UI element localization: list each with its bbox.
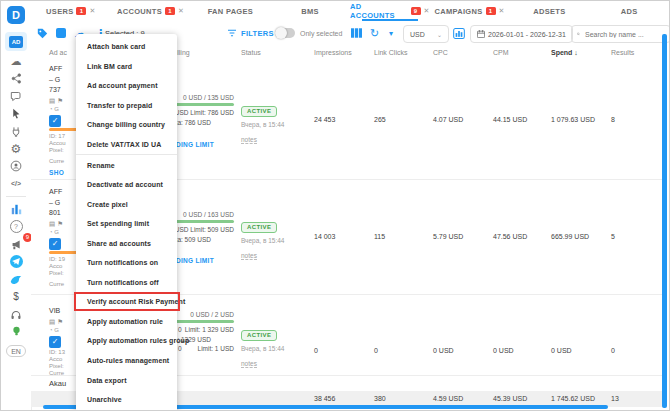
- telegram-icon[interactable]: [5, 254, 27, 269]
- menu-item-set-spending-limit[interactable]: Set spending limit: [76, 214, 177, 234]
- menu-item-rename[interactable]: Rename: [76, 155, 177, 175]
- chevron-down-icon[interactable]: ▾: [389, 25, 393, 41]
- code-icon[interactable]: </>: [5, 176, 27, 191]
- tab-accounts[interactable]: ACCOUNTS 1 ✕: [111, 1, 191, 21]
- menu-item-verify-account-risk-payment[interactable]: Verify account Risk Payment: [76, 292, 177, 312]
- tab-ad-accounts-badge: 9: [411, 7, 421, 15]
- language-selector[interactable]: EN: [6, 345, 26, 357]
- close-icon[interactable]: ✕: [178, 7, 184, 15]
- menu-item-apply-automation-rule[interactable]: Apply automation rule: [76, 312, 177, 332]
- menu-item-change-billing-country[interactable]: Change billing country: [76, 115, 177, 135]
- flag-icon: ⚑: [57, 97, 65, 104]
- currency-select[interactable]: USD ⌄: [403, 25, 449, 43]
- notes-link[interactable]: notes: [241, 252, 257, 260]
- header-link-clicks[interactable]: Link Clicks: [374, 49, 407, 56]
- total-impressions: 38 456: [314, 395, 335, 402]
- header-spend[interactable]: Spend ↓: [551, 49, 578, 56]
- tab-users[interactable]: USERS 1 ✕: [31, 1, 111, 21]
- select-square-icon[interactable]: [56, 25, 66, 41]
- search-input[interactable]: [583, 30, 665, 39]
- header-ad-account[interactable]: Ad ac: [49, 49, 67, 56]
- link-clicks-value: 0: [374, 347, 378, 354]
- tab-ads[interactable]: ADS: [589, 1, 669, 21]
- close-icon[interactable]: ✕: [499, 7, 505, 15]
- notes-link[interactable]: notes: [241, 136, 257, 144]
- cpc-value: 5.79 USD: [433, 233, 463, 240]
- total-cpm: 45.39 USD: [493, 395, 527, 402]
- chevron-down-icon: ⌄: [437, 31, 442, 38]
- cursor-icon[interactable]: [5, 106, 27, 121]
- total-results: 13: [611, 395, 619, 402]
- dollar-icon[interactable]: $: [5, 289, 27, 304]
- menu-item-auto-rules-management[interactable]: Auto-rules management: [76, 351, 177, 371]
- refresh-icon[interactable]: ↻: [370, 25, 379, 41]
- menu-item-link-bm-card[interactable]: Link BM card: [76, 57, 177, 77]
- tag-icon[interactable]: [37, 25, 48, 41]
- tab-fan-pages[interactable]: FAN PAGES: [191, 1, 271, 21]
- header-results[interactable]: Results: [611, 49, 634, 56]
- ad-accounts-icon: AD: [9, 36, 23, 48]
- tab-bms[interactable]: BMS: [270, 1, 350, 21]
- close-icon[interactable]: ✕: [89, 7, 95, 15]
- gear-icon[interactable]: ⚙: [5, 141, 27, 156]
- cpm-value: 44.15 USD: [493, 116, 527, 123]
- row-checkbox[interactable]: ✓: [49, 115, 61, 127]
- app-logo[interactable]: D: [7, 6, 25, 24]
- menu-item-apply-automation-rules-group[interactable]: Apply automation rules group: [76, 331, 177, 351]
- idea-icon[interactable]: [5, 324, 27, 339]
- card-icon: ▤: [49, 220, 57, 227]
- tab-campaigns[interactable]: CAMPAIGNS 1 ✕: [430, 1, 510, 21]
- search-box[interactable]: [571, 25, 670, 43]
- chart-icon[interactable]: [453, 25, 465, 41]
- header-cpm[interactable]: CPM: [493, 49, 509, 56]
- link-clicks-value: 265: [374, 116, 386, 123]
- share-icon[interactable]: [5, 71, 27, 86]
- status-updated: Вчера, в 15:44: [241, 121, 313, 128]
- header-cpc[interactable]: CPC: [433, 49, 448, 56]
- tab-ad-accounts[interactable]: AD ACCOUNTS 9 ✕: [350, 1, 430, 21]
- tab-campaigns-badge: 1: [486, 7, 496, 15]
- clock-icon: ◔: [49, 327, 53, 333]
- only-selected-toggle[interactable]: [275, 25, 295, 41]
- columns-icon[interactable]: [351, 25, 362, 41]
- account-name-line: Akau: [49, 379, 66, 388]
- ad-accounts-page: D AD ☁ ⚙ </> ? 9: [0, 0, 670, 411]
- news-icon[interactable]: 9: [5, 237, 27, 252]
- profile-icon[interactable]: [5, 159, 27, 174]
- menu-item-share-ad-accounts[interactable]: Share ad accounts: [76, 233, 177, 253]
- sidebar-item-ad-accounts[interactable]: AD: [5, 32, 27, 51]
- tab-adsets[interactable]: ADSETS: [510, 1, 590, 21]
- menu-item-turn-notifications-off[interactable]: Turn notifications off: [76, 273, 177, 293]
- filters-button[interactable]: FILTERS: [227, 25, 274, 41]
- menu-item-create-pixel[interactable]: Create pixel: [76, 194, 177, 214]
- menu-item-ad-account-payment[interactable]: Ad account payment: [76, 76, 177, 96]
- help-icon[interactable]: ?: [5, 219, 27, 234]
- menu-item-attach-bank-card[interactable]: Attach bank card: [76, 37, 177, 57]
- menu-item-deactivate-ad-account[interactable]: Deactivate ad account: [76, 175, 177, 195]
- row-checkbox[interactable]: ✓: [49, 238, 61, 250]
- flag-icon: ⚑: [57, 318, 65, 325]
- headset-icon[interactable]: [5, 307, 27, 322]
- date-range-picker[interactable]: 2026-01-01 - 2026-12-31: [470, 25, 573, 43]
- menu-item-delete-vat-tax-id[interactable]: Delete VAT/TAX ID UA: [76, 135, 177, 155]
- menu-item-data-export[interactable]: Data export: [76, 370, 177, 390]
- results-value: 8: [611, 116, 615, 123]
- sidebar-divider: [6, 196, 26, 197]
- chat-icon[interactable]: [5, 89, 27, 104]
- vertical-scrollbar[interactable]: [662, 34, 667, 408]
- cloud-upload-icon[interactable]: ☁: [5, 54, 27, 69]
- menu-item-unarchive[interactable]: Unarchive: [76, 390, 177, 410]
- header-status[interactable]: Status: [241, 49, 261, 56]
- calendar-icon: [477, 30, 485, 38]
- menu-item-turn-notifications-on[interactable]: Turn notifications on: [76, 253, 177, 273]
- notes-link[interactable]: notes: [241, 360, 257, 368]
- stats-icon[interactable]: [5, 202, 27, 217]
- row-checkbox[interactable]: ✓: [49, 336, 61, 348]
- dolphin-icon[interactable]: [5, 272, 27, 287]
- card-icon: ▤: [49, 97, 57, 104]
- plug-icon[interactable]: [5, 124, 27, 139]
- results-value: 5: [611, 233, 615, 240]
- menu-item-transfer-to-prepaid[interactable]: Transfer to prepaid: [76, 96, 177, 116]
- filter-icon: [227, 29, 237, 37]
- header-impressions[interactable]: Impressions: [314, 49, 352, 56]
